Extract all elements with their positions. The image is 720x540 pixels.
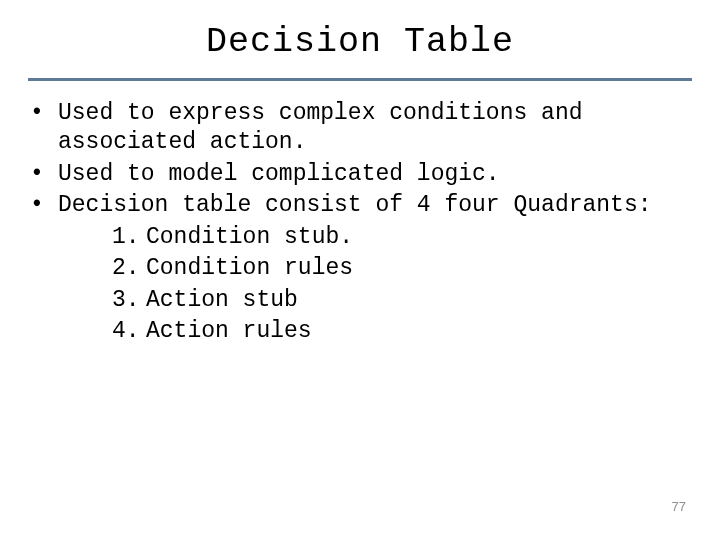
sublist-item: 1. Condition stub. [112,223,690,252]
title-divider [28,78,692,81]
bullet-marker: • [30,160,58,189]
quadrant-sublist: 1. Condition stub. 2. Condition rules 3.… [30,223,690,347]
bullet-text: Used to express complex conditions and a… [58,99,690,158]
bullet-item: • Decision table consist of 4 four Quadr… [30,191,690,220]
slide-title: Decision Table [0,22,720,62]
sublist-number: 2. [112,254,146,283]
bullet-item: • Used to express complex conditions and… [30,99,690,158]
slide-content: • Used to express complex conditions and… [0,99,720,347]
sublist-number: 4. [112,317,146,346]
sublist-text: Condition rules [146,254,353,283]
bullet-item: • Used to model complicated logic. [30,160,690,189]
sublist-number: 1. [112,223,146,252]
sublist-item: 3. Action stub [112,286,690,315]
sublist-item: 2. Condition rules [112,254,690,283]
bullet-marker: • [30,99,58,158]
sublist-text: Action stub [146,286,298,315]
sublist-text: Condition stub. [146,223,353,252]
bullet-marker: • [30,191,58,220]
bullet-text: Decision table consist of 4 four Quadran… [58,191,690,220]
sublist-item: 4. Action rules [112,317,690,346]
bullet-text: Used to model complicated logic. [58,160,690,189]
page-number: 77 [672,499,686,514]
sublist-text: Action rules [146,317,312,346]
sublist-number: 3. [112,286,146,315]
